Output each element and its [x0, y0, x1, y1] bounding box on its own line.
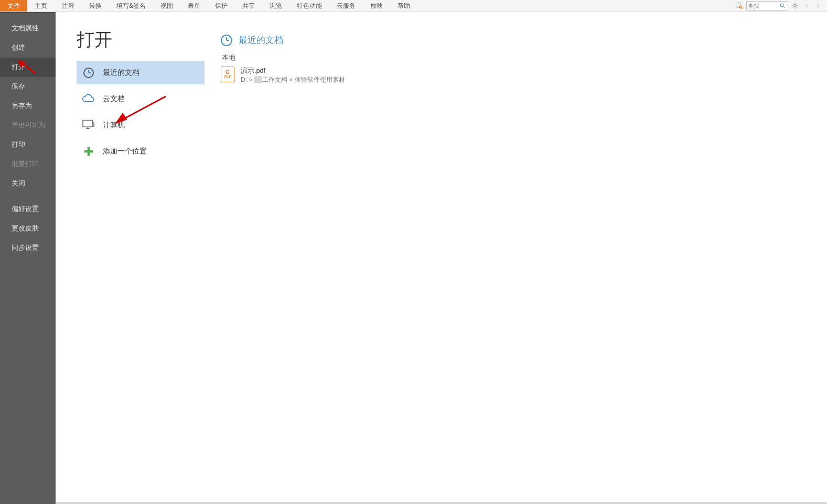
sidebar-item-batchprint: 批量打印	[0, 155, 56, 174]
cloud-icon	[82, 92, 95, 106]
menu-tab-5[interactable]: 视图	[153, 0, 180, 12]
location-label: 云文档	[103, 94, 125, 104]
sidebar-item-save[interactable]: 保存	[0, 77, 56, 96]
menu-tab-9[interactable]: 浏览	[262, 0, 289, 12]
menu-tab-8[interactable]: 共享	[235, 0, 262, 12]
menu-tab-7[interactable]: 保护	[208, 0, 235, 12]
svg-point-3	[780, 4, 783, 7]
menu-tab-0[interactable]: 文件	[0, 0, 27, 12]
menu-tab-2[interactable]: 注释	[55, 0, 82, 12]
location-computer[interactable]: 计算机	[77, 114, 205, 137]
bottom-scroll-hint	[56, 502, 827, 504]
location-recent[interactable]: 最近的文档	[77, 61, 205, 84]
sidebar-item-print[interactable]: 打印	[0, 135, 56, 155]
open-locations-panel: 打开 最近的文档云文档计算机添加一个位置	[56, 12, 205, 504]
location-add-location[interactable]: 添加一个位置	[77, 140, 205, 163]
sidebar-item-doc-props[interactable]: 文档属性	[0, 19, 56, 38]
sidebar-item-preferences[interactable]: 偏好设置	[0, 200, 56, 219]
sidebar-item-sync[interactable]: 同步设置	[0, 238, 56, 258]
menu-tab-10[interactable]: 特色功能	[289, 0, 329, 12]
section-local-label: 本地	[222, 53, 827, 62]
recent-file-name: 演示.pdf	[241, 67, 345, 75]
menu-tab-13[interactable]: 帮助	[390, 0, 417, 12]
nav-prev-icon[interactable]	[802, 1, 811, 10]
svg-rect-0	[737, 3, 740, 7]
location-label: 添加一个位置	[103, 147, 147, 156]
svg-line-4	[783, 7, 785, 8]
svg-point-5	[794, 5, 797, 7]
sidebar-item-create[interactable]: 创建	[0, 38, 56, 58]
svg-line-10	[793, 4, 793, 4]
svg-rect-14	[83, 120, 93, 127]
workspace: 文档属性创建打开保存另存为导出PDF为打印批量打印关闭偏好设置更改皮肤同步设置 …	[0, 12, 827, 504]
location-cloud[interactable]: 云文档	[77, 87, 205, 111]
search-doc-icon[interactable]	[735, 1, 744, 10]
gear-icon[interactable]	[790, 1, 800, 10]
menu-tab-11[interactable]: 云服务	[329, 0, 363, 12]
menu-tab-6[interactable]: 表单	[180, 0, 208, 12]
menu-tab-3[interactable]: 转换	[82, 0, 109, 12]
search-icon[interactable]	[778, 3, 787, 9]
search-input-box[interactable]	[746, 1, 788, 10]
recent-list: GPDF演示.pdfD: » 工作文档 » 体验软件使用素材	[221, 64, 827, 86]
sidebar-item-saveas[interactable]: 另存为	[0, 96, 56, 116]
computer-icon	[82, 118, 95, 132]
recent-file-text: 演示.pdfD: » 工作文档 » 体验软件使用素材	[241, 67, 345, 84]
menu-tab-1[interactable]: 主页	[27, 0, 55, 12]
file-sidebar: 文档属性创建打开保存另存为导出PDF为打印批量打印关闭偏好设置更改皮肤同步设置	[0, 12, 56, 504]
svg-line-2	[742, 8, 743, 9]
svg-line-13	[797, 4, 797, 4]
pdf-file-icon: GPDF	[221, 67, 234, 82]
sidebar-item-close[interactable]: 关闭	[0, 174, 56, 193]
plus-icon	[82, 145, 95, 158]
top-menu-bar: 文件主页注释转换填写&签名视图表单保护共享浏览特色功能云服务放映帮助	[0, 0, 827, 12]
svg-line-11	[797, 7, 797, 8]
menu-tab-12[interactable]: 放映	[363, 0, 390, 12]
panel-title: 打开	[77, 28, 205, 52]
sidebar-item-export: 导出PDF为	[0, 116, 56, 135]
recent-file-item[interactable]: GPDF演示.pdfD: » 工作文档 » 体验软件使用素材	[221, 64, 827, 86]
menu-tab-4[interactable]: 填写&签名	[109, 0, 153, 12]
svg-line-12	[793, 7, 793, 8]
content-heading: 最近的文档	[221, 34, 827, 46]
search-input[interactable]	[747, 3, 778, 9]
sidebar-item-skin[interactable]: 更改皮肤	[0, 219, 56, 238]
nav-next-icon[interactable]	[813, 1, 823, 10]
spacer	[417, 0, 735, 12]
content-title: 最近的文档	[239, 34, 283, 46]
clock-icon	[221, 35, 232, 46]
location-label: 最近的文档	[103, 68, 139, 78]
recent-docs-content: 最近的文档 本地 GPDF演示.pdfD: » 工作文档 » 体验软件使用素材	[205, 12, 827, 504]
sidebar-item-open[interactable]: 打开	[0, 58, 56, 77]
topbar-right	[735, 0, 827, 12]
recent-file-path: D: » 工作文档 » 体验软件使用素材	[241, 75, 345, 84]
location-label: 计算机	[103, 120, 125, 130]
menu-tabs: 文件主页注释转换填写&签名视图表单保护共享浏览特色功能云服务放映帮助	[0, 0, 417, 12]
svg-rect-15	[93, 122, 94, 127]
clock-icon	[82, 66, 95, 80]
